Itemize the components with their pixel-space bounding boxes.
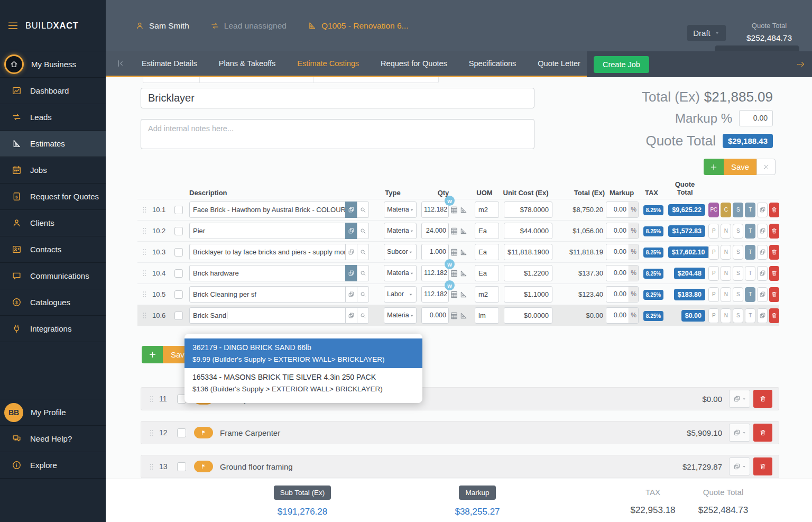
qty-input[interactable]: 112.182 — [421, 265, 449, 281]
qty-input[interactable]: 112.182 — [421, 286, 449, 303]
calculator-icon[interactable] — [450, 312, 458, 320]
delete-row-icon[interactable] — [769, 245, 779, 260]
flag-s-button[interactable]: S — [733, 224, 743, 239]
save-button[interactable]: Save — [724, 159, 756, 175]
takeoff-ruler-icon[interactable] — [459, 206, 468, 214]
subtotal-badge[interactable]: Sub Total (Ex) — [274, 486, 331, 500]
flag-n-button[interactable]: N — [721, 245, 731, 260]
duplicate-row-icon[interactable] — [757, 308, 768, 323]
collapse-sidebar-icon[interactable] — [115, 59, 124, 68]
flag-s-button[interactable]: S — [733, 203, 743, 217]
tax-badge[interactable]: 8.25% — [643, 269, 663, 279]
add-item-button[interactable] — [704, 159, 724, 175]
markup-input[interactable]: 0.00 — [606, 265, 629, 281]
flag-p-button[interactable]: P — [708, 245, 719, 260]
type-select[interactable]: Labor — [384, 286, 417, 303]
unit-cost-input[interactable]: $78.0000 — [504, 202, 552, 218]
internal-notes-input[interactable] — [141, 119, 534, 149]
duplicate-row-icon[interactable] — [757, 287, 768, 302]
calculator-icon[interactable] — [450, 227, 458, 235]
tax-badge[interactable]: 8.25% — [643, 248, 663, 258]
suggestion-item[interactable]: 362179 - DINGO BRICK SAND 66lb $9.99 (Bu… — [184, 338, 422, 368]
copy-description-icon[interactable] — [345, 223, 357, 239]
calculator-icon[interactable] — [450, 206, 458, 214]
sidebar-item-dashboard[interactable]: Dashboard — [0, 78, 106, 104]
type-select[interactable]: Materia — [384, 307, 417, 324]
qty-input[interactable]: 112.182 — [421, 202, 449, 218]
duplicate-section-button[interactable] — [729, 390, 750, 408]
sidebar-item-my-profile[interactable]: BB My Profile — [0, 399, 106, 426]
duplicate-section-button[interactable] — [729, 424, 750, 442]
duplicate-section-button[interactable] — [729, 457, 750, 475]
flag-n-button[interactable]: N — [721, 224, 731, 239]
unit-cost-input[interactable]: $44.0000 — [504, 223, 552, 239]
flag-n-button[interactable]: N — [721, 308, 731, 323]
search-catalogue-icon[interactable] — [357, 223, 369, 239]
sidebar-item-my-business[interactable]: My Business — [0, 51, 106, 78]
takeoff-link-badge[interactable]: w — [445, 259, 455, 269]
markup-input[interactable]: 0.00 — [606, 223, 629, 239]
unit-cost-input[interactable]: $11,818.1900 — [504, 244, 552, 260]
drag-handle-icon[interactable] — [141, 227, 149, 235]
search-catalogue-icon[interactable] — [357, 286, 369, 303]
qty-input[interactable]: 0.000 — [421, 307, 449, 324]
row-checkbox[interactable] — [174, 290, 183, 299]
unit-cost-input[interactable]: $1.1000 — [504, 286, 552, 303]
current-user[interactable]: Sam Smith — [135, 21, 189, 31]
drag-handle-icon[interactable] — [141, 290, 149, 298]
delete-section-button[interactable] — [753, 457, 772, 475]
tab-request-for-quotes[interactable]: Request for Quotes — [381, 59, 447, 68]
takeoff-ruler-icon[interactable] — [459, 227, 468, 235]
flag-p-button[interactable]: P — [708, 287, 719, 302]
tab-specifications[interactable]: Specifications — [469, 59, 516, 68]
tax-badge[interactable]: 8.25% — [643, 205, 663, 215]
lead-status[interactable]: Lead unassigned — [210, 21, 287, 31]
flag-s-button[interactable]: S — [733, 245, 743, 260]
flag-s-button[interactable]: S — [733, 308, 743, 323]
sidebar-item-integrations[interactable]: Integrations — [0, 316, 106, 342]
markup-input[interactable]: 0.00 — [606, 287, 629, 302]
flag-t-button[interactable]: T — [745, 224, 755, 239]
tab-plans-takeoffs[interactable]: Plans & Takeoffs — [219, 59, 275, 68]
drag-handle-icon[interactable] — [141, 312, 149, 319]
copy-description-icon[interactable] — [345, 286, 357, 303]
markup-input[interactable]: 0.00 — [606, 308, 629, 323]
takeoff-ruler-icon[interactable] — [459, 248, 468, 257]
hamburger-icon[interactable] — [7, 20, 19, 31]
create-job-button[interactable]: Create Job — [594, 56, 649, 73]
flag-t-button[interactable]: T — [745, 266, 755, 281]
takeoff-ruler-icon[interactable] — [459, 312, 468, 320]
calculator-icon[interactable] — [450, 290, 458, 299]
row-checkbox[interactable] — [174, 248, 183, 257]
takeoff-link-badge[interactable]: w — [445, 196, 455, 206]
drag-handle-icon[interactable] — [141, 248, 149, 256]
delete-section-button[interactable] — [753, 390, 772, 408]
copy-description-icon[interactable] — [345, 265, 357, 281]
search-catalogue-icon[interactable] — [357, 307, 369, 324]
qty-input[interactable]: 24.000 — [421, 223, 449, 239]
delete-row-icon[interactable] — [769, 308, 779, 323]
sidebar-item-request-for-quotes[interactable]: $ Request for Quotes — [0, 184, 106, 210]
type-select[interactable]: Materia — [384, 223, 417, 239]
takeoff-ruler-icon[interactable] — [459, 269, 468, 278]
sidebar-item-need-help[interactable]: Need Help? — [0, 426, 106, 452]
delete-row-icon[interactable] — [769, 287, 779, 302]
uom-input[interactable]: m2 — [475, 286, 499, 303]
flag-n-button[interactable]: N — [721, 266, 731, 281]
delete-row-icon[interactable] — [769, 203, 779, 217]
delete-row-icon[interactable] — [769, 266, 779, 281]
sidebar-item-explore[interactable]: Explore — [0, 452, 106, 479]
row-checkbox[interactable] — [174, 227, 183, 235]
search-catalogue-icon[interactable] — [357, 244, 369, 260]
flag-t-button[interactable]: T — [745, 203, 755, 217]
flag-t-button[interactable]: T — [745, 245, 755, 260]
sidebar-item-jobs[interactable]: Jobs — [0, 157, 106, 184]
status-dropdown[interactable]: Draft — [687, 25, 726, 41]
row-checkbox[interactable] — [174, 269, 183, 278]
search-catalogue-icon[interactable] — [357, 265, 369, 281]
description-input[interactable]: Brick hardware — [189, 265, 346, 281]
uom-input[interactable]: Ea — [475, 244, 499, 260]
copy-description-icon[interactable] — [345, 307, 357, 324]
duplicate-row-icon[interactable] — [757, 245, 768, 260]
tax-badge[interactable]: 8.25% — [643, 290, 663, 300]
